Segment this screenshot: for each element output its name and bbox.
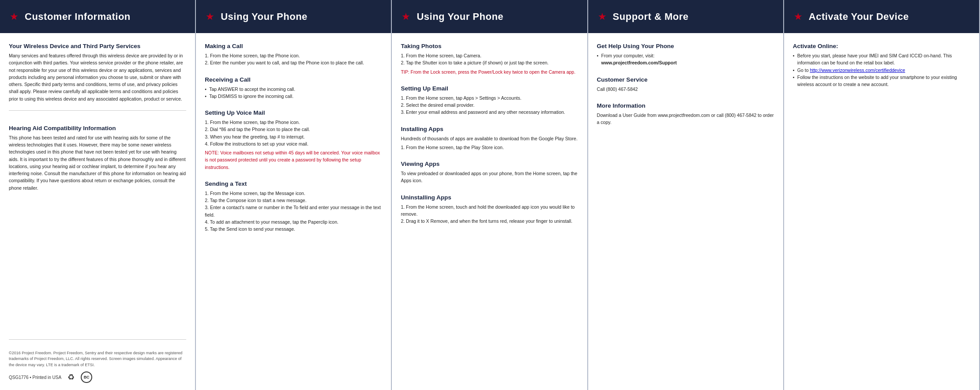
note-voice-mail: NOTE: Voice mailboxes not setup within 4…	[205, 149, 382, 171]
list-item: Tap ANSWER to accept the incoming call.	[205, 86, 382, 93]
section-title-activate-online: Activate Online:	[793, 43, 970, 49]
list-uninstalling-apps: From the Home screen, touch and hold the…	[401, 203, 578, 225]
list-get-help: From your computer, visit: www.projectfr…	[597, 52, 774, 67]
divider-1	[9, 110, 186, 111]
list-item: Select the desired email provider.	[401, 101, 578, 109]
list-item: Enter a contact's name or number in the …	[205, 204, 382, 218]
list-item: Go to http://www.verizonwireless.com/cer…	[793, 67, 970, 74]
section-title-more-information: More Information	[597, 102, 774, 109]
list-item: Tap the Compose icon to start a new mess…	[205, 197, 382, 204]
section-title-setting-up-email: Setting Up Email	[401, 85, 578, 92]
list-sending-text: From the Home screen, tap the Message ic…	[205, 190, 382, 233]
footer-copyright: ©2016 Project Freedom. Project Freedom, …	[9, 350, 186, 368]
list-taking-photos: From the Home screen, tap Camera. Tap th…	[401, 52, 578, 67]
list-item: Enter the number you want to call, and t…	[205, 59, 382, 66]
panel-body-activate-your-device: Activate Online: Before you start, pleas…	[784, 33, 979, 390]
list-item: Tap the Shutter icon to take a picture (…	[401, 59, 578, 66]
list-item: From the Home screen, tap the Phone icon…	[205, 119, 382, 126]
section-title-get-help: Get Help Using Your Phone	[597, 43, 774, 49]
list-item: Enter your email address and password an…	[401, 109, 578, 116]
list-activate-online: Before you start, please have your IMEI …	[793, 52, 970, 88]
list-item: From the Home screen, tap the Play Store…	[401, 144, 578, 151]
panel-customer-information: ★ Customer Information Your Wireless Dev…	[0, 0, 196, 390]
list-receiving-call: Tap ANSWER to accept the incoming call. …	[205, 86, 382, 100]
list-item: From the Home screen, touch and hold the…	[401, 203, 578, 218]
panel-header-using-your-phone-2: ★ Using Your Phone	[392, 0, 587, 33]
header-title-customer-information: Customer Information	[25, 11, 131, 22]
body-text-viewing-apps: To view preloaded or downloaded apps on …	[401, 170, 578, 184]
body-text-wireless-device: Many services and features offered throu…	[9, 52, 186, 102]
section-title-taking-photos: Taking Photos	[401, 43, 578, 49]
activate-link[interactable]: http://www.verizonwireless.com/certified…	[810, 68, 905, 73]
list-item: Dial *86 and tap the Phone icon to place…	[205, 126, 382, 133]
footer-bottom-1: QSG1776 • Printed in USA ♻ BC	[9, 371, 186, 383]
list-item: Follow the instructions on the website t…	[793, 74, 970, 88]
list-item: From the Home screen, tap the Phone icon…	[205, 52, 382, 59]
section-title-voice-mail: Setting Up Voice Mail	[205, 109, 382, 116]
list-item: From the Home screen, tap Apps > Setting…	[401, 94, 578, 101]
panel-activate-your-device: ★ Activate Your Device Activate Online: …	[784, 0, 980, 390]
section-title-receiving-call: Receiving a Call	[205, 76, 382, 83]
get-help-link: www.projectfreedom.com/Support	[601, 60, 677, 65]
panel-using-your-phone-2: ★ Using Your Phone Taking Photos From th…	[392, 0, 588, 390]
star-icon-1: ★	[10, 11, 19, 22]
body-text-more-information: Download a User Guide from www.projectfr…	[597, 112, 774, 126]
list-item: Tap the Send icon to send your message.	[205, 225, 382, 232]
list-item: Tap DISMISS to ignore the incoming call.	[205, 93, 382, 100]
section-title-installing-apps: Installing Apps	[401, 126, 578, 132]
header-title-using-phone-1: Using Your Phone	[221, 11, 308, 22]
section-title-viewing-apps: Viewing Apps	[401, 161, 578, 167]
footer-panel-1: ©2016 Project Freedom. Project Freedom, …	[9, 339, 186, 383]
list-setting-up-email: From the Home screen, tap Apps > Setting…	[401, 94, 578, 116]
list-item: Before you start, please have your IMEI …	[793, 52, 970, 67]
body-text-installing-apps: Hundreds of thousands of apps are availa…	[401, 135, 578, 142]
section-title-wireless-device: Your Wireless Device and Third Party Ser…	[9, 43, 186, 49]
panel-support-and-more: ★ Support & More Get Help Using Your Pho…	[588, 0, 784, 390]
footer-qsg: QSG1776 • Printed in USA	[9, 375, 61, 380]
section-title-making-call: Making a Call	[205, 43, 382, 49]
header-title-activate-your-device: Activate Your Device	[809, 11, 909, 22]
body-text-customer-service: Call (800) 467-5842	[597, 86, 774, 93]
recycle-icon: ♻	[68, 372, 75, 382]
list-item: From the Home screen, tap Camera.	[401, 52, 578, 59]
section-title-sending-text: Sending a Text	[205, 180, 382, 187]
panel-header-activate-your-device: ★ Activate Your Device	[784, 0, 979, 33]
panel-body-using-phone-2: Taking Photos From the Home screen, tap …	[392, 33, 587, 390]
list-item: From the Home screen, tap the Message ic…	[205, 190, 382, 197]
panel-header-customer-information: ★ Customer Information	[0, 0, 195, 33]
list-item: From your computer, visit: www.projectfr…	[597, 52, 774, 67]
panel-header-support-and-more: ★ Support & More	[588, 0, 783, 33]
list-item: Follow the instructions to set up your v…	[205, 140, 382, 147]
star-icon-4: ★	[598, 11, 607, 22]
get-help-intro: From your computer, visit:	[601, 53, 655, 58]
header-title-using-phone-2: Using Your Phone	[417, 11, 503, 22]
list-item: To add an attachment to your message, ta…	[205, 218, 382, 225]
list-making-call: From the Home screen, tap the Phone icon…	[205, 52, 382, 67]
section-title-customer-service: Customer Service	[597, 76, 774, 83]
star-icon-5: ★	[794, 11, 803, 22]
bc-badge: BC	[81, 371, 92, 383]
list-voice-mail: From the Home screen, tap the Phone icon…	[205, 119, 382, 147]
list-installing-apps: From the Home screen, tap the Play Store…	[401, 144, 578, 151]
header-title-support-and-more: Support & More	[613, 11, 689, 22]
panel-body-using-phone-1: Making a Call From the Home screen, tap …	[196, 33, 391, 390]
panel-body-customer-information: Your Wireless Device and Third Party Ser…	[0, 33, 195, 390]
panel-body-support-and-more: Get Help Using Your Phone From your comp…	[588, 33, 783, 390]
star-icon-2: ★	[206, 11, 214, 22]
list-item: When you hear the greeting, tap # to int…	[205, 133, 382, 140]
tip-taking-photos: TIP: From the Lock screen, press the Pow…	[401, 68, 578, 75]
body-text-hearing-aid: This phone has been tested and rated for…	[9, 134, 186, 191]
star-icon-3: ★	[402, 11, 410, 22]
panel-using-your-phone-1: ★ Using Your Phone Making a Call From th…	[196, 0, 392, 390]
section-title-hearing-aid: Hearing Aid Compatibility Information	[9, 125, 186, 131]
panel-header-using-your-phone-1: ★ Using Your Phone	[196, 0, 391, 33]
section-title-uninstalling-apps: Uninstalling Apps	[401, 194, 578, 201]
list-item: Drag it to X Remove, and when the font t…	[401, 218, 578, 225]
